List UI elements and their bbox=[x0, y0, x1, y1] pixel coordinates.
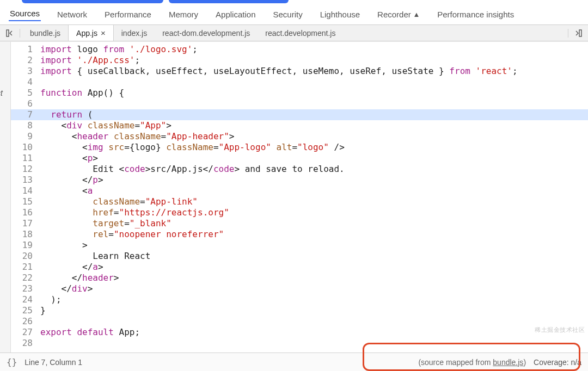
file-tab-label: App.js bbox=[76, 29, 97, 38]
code-line[interactable]: 24 ); bbox=[11, 294, 588, 305]
panel-tab-recorder[interactable]: Recorder ▲ bbox=[376, 9, 421, 20]
editor-left-gutter: ct bbox=[0, 42, 11, 353]
code-content: function App() { bbox=[37, 88, 124, 98]
code-content: href="https://reactjs.org" bbox=[37, 207, 229, 218]
line-number: 8 bbox=[11, 120, 37, 131]
file-tab[interactable]: react.development.js bbox=[258, 25, 343, 41]
code-content: export default App; bbox=[37, 327, 140, 338]
code-line[interactable]: 11 <p> bbox=[11, 153, 588, 164]
code-content: <header className="App-header"> bbox=[37, 131, 234, 142]
gutter-text-stub: ct bbox=[0, 89, 3, 97]
line-number: 3 bbox=[11, 66, 37, 77]
code-line[interactable]: 22 </header> bbox=[11, 273, 588, 283]
code-line[interactable]: 12 Edit <code>src/App.js</code> and save… bbox=[11, 164, 588, 175]
code-line[interactable]: 15 className="App-link" bbox=[11, 196, 588, 207]
panel-tab-application[interactable]: Application bbox=[215, 9, 256, 20]
file-tab[interactable]: index.js bbox=[114, 25, 155, 41]
code-line[interactable]: 2import './App.css'; bbox=[11, 55, 588, 66]
code-content: import './App.css'; bbox=[37, 55, 140, 66]
file-tab[interactable]: App.js× bbox=[68, 25, 114, 41]
code-line[interactable]: 26 bbox=[11, 316, 588, 327]
code-content: rel="noopener noreferrer" bbox=[37, 229, 224, 240]
code-line[interactable]: 9 <header className="App-header"> bbox=[11, 131, 588, 142]
line-number: 11 bbox=[11, 153, 37, 164]
code-line[interactable]: 20 Learn React bbox=[11, 251, 588, 262]
code-line[interactable]: 8 <div className="App"> bbox=[11, 120, 588, 131]
code-content: Learn React bbox=[37, 251, 150, 262]
code-line[interactable]: 25} bbox=[11, 305, 588, 316]
panel-tab-performance-insights[interactable]: Performance insights bbox=[436, 9, 515, 20]
code-line[interactable]: 1import logo from './logo.svg'; bbox=[11, 44, 588, 55]
code-line[interactable]: 16 href="https://reactjs.org" bbox=[11, 207, 588, 218]
nav-back-icon[interactable] bbox=[0, 29, 20, 38]
line-number: 7 bbox=[11, 109, 37, 120]
code-line[interactable]: 5function App() { bbox=[11, 88, 588, 98]
code-line[interactable]: 14 <a bbox=[11, 186, 588, 196]
line-number: 13 bbox=[11, 175, 37, 186]
pretty-print-icon[interactable]: {} bbox=[7, 357, 17, 367]
code-line[interactable]: 21 </a> bbox=[11, 262, 588, 273]
code-line[interactable]: 6 bbox=[11, 98, 588, 109]
code-content: } bbox=[37, 305, 46, 316]
line-number: 10 bbox=[11, 142, 37, 153]
svg-rect-1 bbox=[579, 30, 581, 36]
code-line[interactable]: 27export default App; bbox=[11, 327, 588, 338]
code-line[interactable]: 23 </div> bbox=[11, 283, 588, 294]
code-content: Edit <code>src/App.js</code> and save to… bbox=[37, 164, 345, 175]
panel-tab-performance[interactable]: Performance bbox=[103, 9, 152, 20]
code-content: > bbox=[37, 240, 88, 251]
line-number: 14 bbox=[11, 186, 37, 196]
file-tab-bar: bundle.jsApp.js×index.jsreact-dom.develo… bbox=[0, 25, 588, 41]
code-content: <p> bbox=[37, 153, 98, 164]
code-line[interactable]: 18 rel="noopener noreferrer" bbox=[11, 229, 588, 240]
devtools-panel-tabs: SourcesNetworkPerformanceMemoryApplicati… bbox=[0, 3, 588, 25]
code-content bbox=[37, 316, 40, 327]
code-content: import logo from './logo.svg'; bbox=[37, 44, 198, 55]
editor-status-bar: {} Line 7, Column 1 (source mapped from … bbox=[0, 353, 588, 371]
panel-tab-memory[interactable]: Memory bbox=[168, 9, 199, 20]
code-content: className="App-link" bbox=[37, 196, 198, 207]
code-editor[interactable]: ct 1import logo from './logo.svg';2impor… bbox=[0, 41, 588, 353]
panel-tab-lighthouse[interactable]: Lighthouse bbox=[319, 9, 361, 20]
watermark-text: 稀土掘金技术社区 bbox=[535, 326, 585, 334]
line-number: 2 bbox=[11, 55, 37, 66]
code-content: return ( bbox=[37, 109, 93, 120]
line-number: 19 bbox=[11, 240, 37, 251]
code-line[interactable]: 7 return ( bbox=[11, 109, 588, 120]
line-number: 23 bbox=[11, 283, 37, 294]
code-line[interactable]: 17 target="_blank" bbox=[11, 218, 588, 229]
line-number: 25 bbox=[11, 305, 37, 316]
code-content: ); bbox=[37, 294, 62, 305]
code-line[interactable]: 3import { useCallback, useEffect, useLay… bbox=[11, 66, 588, 77]
line-number: 22 bbox=[11, 273, 37, 283]
cursor-position: Line 7, Column 1 bbox=[24, 358, 82, 367]
code-line[interactable]: 28 bbox=[11, 338, 588, 349]
source-map-link[interactable]: bundle.js bbox=[493, 358, 523, 367]
line-number: 18 bbox=[11, 229, 37, 240]
line-number: 26 bbox=[11, 316, 37, 327]
line-number: 20 bbox=[11, 251, 37, 262]
code-line[interactable]: 19 > bbox=[11, 240, 588, 251]
code-content: </header> bbox=[37, 273, 119, 283]
code-content: </p> bbox=[37, 175, 103, 186]
panel-tab-sources[interactable]: Sources bbox=[9, 8, 41, 21]
file-tab-label: react-dom.development.js bbox=[162, 29, 250, 38]
code-line[interactable]: 10 <img src={logo} className="App-logo" … bbox=[11, 142, 588, 153]
code-content bbox=[37, 77, 40, 88]
line-number: 1 bbox=[11, 44, 37, 55]
code-line[interactable]: 4 bbox=[11, 77, 588, 88]
file-tab-label: index.js bbox=[121, 29, 147, 38]
close-icon[interactable]: × bbox=[101, 28, 106, 38]
panel-tab-security[interactable]: Security bbox=[272, 9, 303, 20]
nav-forward-icon[interactable] bbox=[568, 29, 588, 38]
line-number: 27 bbox=[11, 327, 37, 338]
code-line[interactable]: 13 </p> bbox=[11, 175, 588, 186]
line-number: 15 bbox=[11, 196, 37, 207]
code-content bbox=[37, 98, 40, 109]
coverage-info: Coverage: n/a bbox=[534, 358, 581, 367]
file-tab[interactable]: react-dom.development.js bbox=[155, 25, 258, 41]
file-tab[interactable]: bundle.js bbox=[22, 25, 68, 41]
line-number: 6 bbox=[11, 98, 37, 109]
panel-tab-network[interactable]: Network bbox=[56, 9, 88, 20]
line-number: 9 bbox=[11, 131, 37, 142]
